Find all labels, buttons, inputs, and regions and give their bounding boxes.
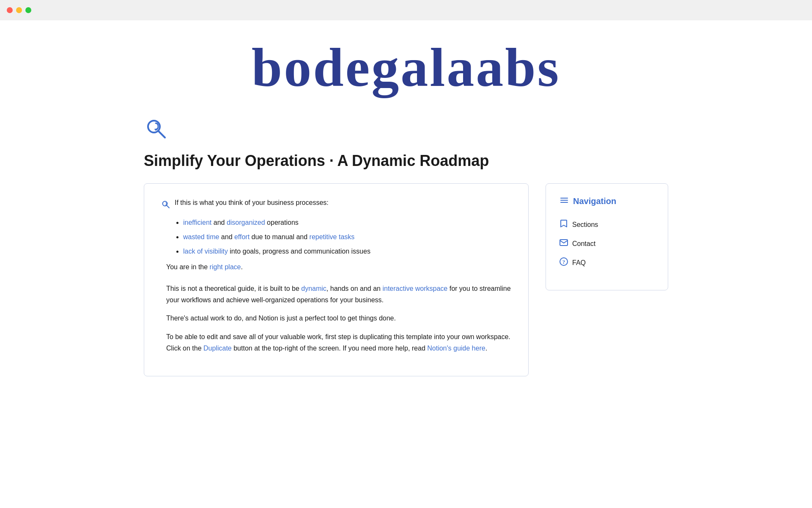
svg-line-1: [158, 131, 165, 138]
contact-label: Contact: [572, 240, 595, 248]
inefficient-link[interactable]: inefficient: [183, 219, 211, 226]
list-item: wasted time and effort due to manual and…: [183, 232, 511, 242]
logo-icon-container: [144, 116, 668, 144]
brand-title: bodegalaabs: [144, 20, 668, 106]
svg-text:?: ?: [562, 259, 565, 265]
effort-link[interactable]: effort: [234, 233, 250, 240]
repetitive-tasks-link[interactable]: repetitive tasks: [310, 233, 355, 240]
main-layout: If this is what you think of your busine…: [144, 183, 668, 376]
nav-item-faq[interactable]: ? FAQ: [560, 255, 654, 271]
maximize-button[interactable]: [25, 7, 31, 13]
list-item: inefficient and disorganized operations: [183, 218, 511, 228]
dynamic-link[interactable]: dynamic: [301, 285, 326, 292]
disorganized-link[interactable]: disorganized: [227, 219, 265, 226]
interactive-workspace-link[interactable]: interactive workspace: [382, 285, 447, 292]
bullet-text-2: and: [221, 233, 234, 240]
nav-item-sections[interactable]: Sections: [560, 217, 654, 232]
nav-header: Navigation: [560, 196, 654, 207]
bookmark-icon: [560, 219, 568, 230]
bullet-text-3: into goals, progress and communication i…: [230, 248, 370, 255]
nav-title: Navigation: [573, 196, 616, 206]
intro-line: If this is what you think of your busine…: [161, 199, 511, 211]
faq-label: FAQ: [572, 259, 586, 267]
bullet-text-1: and: [214, 219, 227, 226]
close-button[interactable]: [7, 7, 13, 13]
bullet-text-1b: operations: [267, 219, 299, 226]
wasted-time-link[interactable]: wasted time: [183, 233, 219, 240]
content-card: If this is what you think of your busine…: [144, 183, 529, 376]
bullet-text-2b: due to manual and: [252, 233, 310, 240]
notion-guide-link[interactable]: Notion's guide here: [427, 345, 485, 352]
bullet-list: inefficient and disorganized operations …: [161, 218, 511, 257]
duplicate-link[interactable]: Duplicate: [203, 345, 232, 352]
lack-visibility-link[interactable]: lack of visibility: [183, 248, 228, 255]
intro-text: If this is what you think of your busine…: [175, 199, 329, 207]
title-bar: [0, 0, 812, 20]
right-place-link[interactable]: right place: [210, 263, 241, 271]
sections-label: Sections: [572, 221, 598, 229]
mail-icon: [560, 239, 568, 248]
svg-line-3: [167, 205, 169, 208]
page-heading: Simplify Your Operations · A Dynamic Roa…: [144, 152, 668, 170]
you-are-text: You are in the right place.: [161, 263, 511, 271]
nav-item-contact[interactable]: Contact: [560, 237, 654, 251]
paragraph-1: This is not a theoretical guide, it is b…: [161, 283, 511, 306]
list-item: lack of visibility into goals, progress …: [183, 246, 511, 257]
faq-icon: ?: [560, 257, 568, 268]
paragraph-2: There's actual work to do, and Notion is…: [161, 312, 511, 324]
nav-card: Navigation Sections C: [546, 183, 668, 290]
search-refresh-icon: [144, 116, 169, 142]
page-content: bodegalaabs Simplify Your Operations · A…: [110, 0, 702, 376]
minimize-button[interactable]: [16, 7, 22, 13]
nav-menu-icon: [560, 196, 569, 207]
paragraph-3: To be able to edit and save all of your …: [161, 331, 511, 354]
intro-search-icon: [161, 200, 170, 211]
